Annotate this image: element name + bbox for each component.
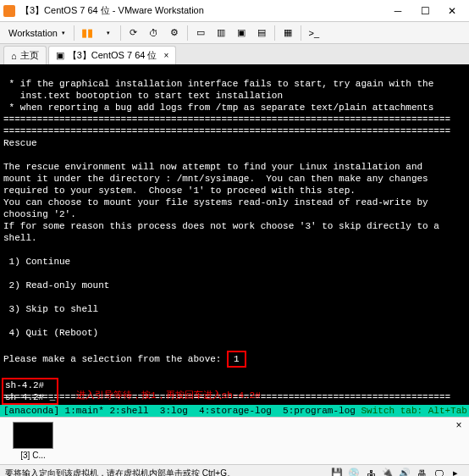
thumbnail-label: [3] C... xyxy=(7,451,59,460)
view-tile-button[interactable]: ▥ xyxy=(212,25,230,42)
console-button[interactable]: >_ xyxy=(305,25,323,42)
pause-button[interactable]: ▮▮ xyxy=(78,25,97,42)
shell-prompt: sh-4.2# xyxy=(5,380,44,390)
tab-vm-centos[interactable]: ▣【3】CentOS 7 64 位× xyxy=(48,46,177,64)
console-separator: ========================================… xyxy=(3,114,450,125)
shell-prompt: sh-4.2# _ xyxy=(5,392,55,402)
thumbnail-bar: [3] C... × xyxy=(0,417,469,464)
console-text: choosing '2'. xyxy=(3,209,76,219)
tab-home[interactable]: ⌂主页 xyxy=(3,46,47,64)
toolbar: Workstation▾ ▮▮ ▾ ⟳ ⏱ ⚙ ▭ ▥ ▣ ▤ ▦ >_ xyxy=(0,22,469,44)
switch-tab-hint: Switch tab: Alt+Tab | xyxy=(356,405,469,417)
console-option: 2) Read-only mount xyxy=(3,280,109,291)
console-text: * when reporting a bug add logs from /tm… xyxy=(3,102,433,113)
console-heading: Rescue xyxy=(3,138,37,148)
vmware-icon xyxy=(3,5,15,17)
anaconda-status-bar: [anaconda] 1:main* 2:shell 3:log 4:stora… xyxy=(0,405,469,417)
selection-highlight: 1 xyxy=(227,351,246,368)
toolbar-separator xyxy=(74,25,74,41)
device-usb-icon[interactable]: 🔌 xyxy=(379,467,396,477)
thumbnail-image xyxy=(13,422,53,449)
view-single-button[interactable]: ▭ xyxy=(191,25,210,42)
device-cd-icon[interactable]: 💿 xyxy=(345,467,362,477)
device-display-icon[interactable]: 🖵 xyxy=(430,467,447,477)
tab-bar: ⌂主页 ▣【3】CentOS 7 64 位× xyxy=(0,44,469,64)
snapshot-manager-button[interactable]: ⚙ xyxy=(165,25,184,42)
anaconda-tabs: [anaconda] 1:main* 2:shell 3:log 4:stora… xyxy=(3,405,356,417)
console-text: shell. xyxy=(3,233,37,243)
device-more-icon[interactable]: ▸ xyxy=(447,467,464,477)
window-title: 【3】CentOS 7 64 位 - VMware Workstation xyxy=(20,4,384,17)
console-text: If for some reason this process does not… xyxy=(3,221,439,231)
device-network-icon[interactable]: 🖧 xyxy=(362,467,379,477)
console-text: mount it under the directory : /mnt/sysi… xyxy=(3,174,428,184)
tab-close-icon[interactable]: × xyxy=(163,51,168,60)
view-unity-button[interactable]: ▤ xyxy=(252,25,271,42)
close-button[interactable]: ✕ xyxy=(439,2,466,20)
console-option: 4) Quit (Reboot) xyxy=(3,328,98,338)
console-text: The rescue environment will now attempt … xyxy=(3,162,422,172)
vm-console[interactable]: * if the graphical installation interfac… xyxy=(0,64,469,417)
thumbnail-bar-close[interactable]: × xyxy=(452,419,466,433)
vm-actions-dropdown[interactable]: ▾ xyxy=(98,25,117,42)
window-titlebar: 【3】CentOS 7 64 位 - VMware Workstation ─ … xyxy=(0,0,469,22)
console-option: 3) Skip to shell xyxy=(3,304,98,314)
vm-icon: ▣ xyxy=(56,50,64,61)
toolbar-separator xyxy=(120,25,121,41)
send-ctrl-alt-del-button[interactable]: ⟳ xyxy=(124,25,143,42)
status-bar: 要将输入定向到该虚拟机，请在虚拟机内部单击或按 Ctrl+G。 💾 💿 🖧 🔌 … xyxy=(0,464,469,476)
maximize-button[interactable]: ☐ xyxy=(411,2,439,20)
snapshot-button[interactable]: ⏱ xyxy=(145,25,163,42)
console-separator: ========================================… xyxy=(3,126,450,136)
workstation-menu[interactable]: Workstation▾ xyxy=(3,25,70,41)
annotation-text: 进入引导等待，按1，再按回车进入sh-4.2# xyxy=(76,390,261,401)
device-printer-icon[interactable]: 🖶 xyxy=(413,467,430,477)
shell-prompt-highlight: sh-4.2# sh-4.2# _ xyxy=(2,378,58,405)
console-text: * if the graphical installation interfac… xyxy=(3,79,433,89)
vm-thumbnail[interactable]: [3] C... xyxy=(7,422,59,460)
console-text: required to your system. Choose '1' to p… xyxy=(3,185,356,196)
home-icon: ⌂ xyxy=(11,51,17,61)
console-option: 1) Continue xyxy=(3,257,70,267)
toolbar-separator xyxy=(301,25,301,41)
view-fullscreen-button[interactable]: ▣ xyxy=(232,25,251,42)
toolbar-separator xyxy=(187,25,188,41)
fit-guest-button[interactable]: ▦ xyxy=(279,25,297,42)
status-message: 要将输入定向到该虚拟机，请在虚拟机内部单击或按 Ctrl+G。 xyxy=(5,468,328,477)
device-disk-icon[interactable]: 💾 xyxy=(328,467,345,477)
device-sound-icon[interactable]: 🔊 xyxy=(396,467,413,477)
minimize-button[interactable]: ─ xyxy=(384,2,411,20)
console-text: inst.text bootoption to start text insta… xyxy=(3,91,283,101)
console-prompt: Please make a selection from the above: xyxy=(3,354,221,364)
console-text: You can choose to mount your file system… xyxy=(3,197,428,208)
toolbar-separator xyxy=(274,25,275,41)
